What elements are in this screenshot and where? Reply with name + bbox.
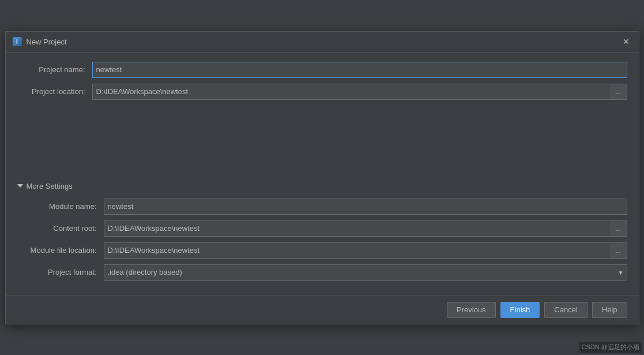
project-name-label: Project name: <box>17 65 92 74</box>
spacer <box>17 106 627 175</box>
project-format-label: Project format: <box>29 268 104 276</box>
module-file-input[interactable] <box>104 242 610 259</box>
title-bar: I New Project ✕ <box>6 32 639 53</box>
module-file-input-group: ... <box>104 242 627 259</box>
settings-inner: Module name: Content root: ... Module fi… <box>17 199 627 281</box>
title-bar-left: I New Project <box>13 37 67 46</box>
dialog-body: Project name: Project location: ... More… <box>6 53 639 296</box>
finish-button[interactable]: Finish <box>500 302 540 318</box>
content-root-input[interactable] <box>104 221 610 237</box>
project-location-label: Project location: <box>17 87 92 96</box>
project-name-row: Project name: <box>17 62 627 78</box>
module-file-browse-button[interactable]: ... <box>610 242 627 259</box>
module-name-label: Module name: <box>29 202 104 211</box>
module-name-row: Module name: <box>29 199 627 215</box>
content-root-browse-button[interactable]: ... <box>610 221 627 237</box>
new-project-dialog: I New Project ✕ Project name: Project lo… <box>5 31 639 324</box>
project-format-select[interactable]: .idea (directory based) .ipr (file based… <box>104 264 627 281</box>
project-location-input[interactable] <box>92 84 610 100</box>
cancel-button[interactable]: Cancel <box>544 302 587 318</box>
content-root-input-group: ... <box>104 221 627 237</box>
app-icon: I <box>13 37 22 46</box>
project-format-select-wrapper: .idea (directory based) .ipr (file based… <box>104 264 627 281</box>
module-file-label: Module file location: <box>29 246 104 255</box>
project-location-row: Project location: ... <box>17 84 627 100</box>
dialog-footer: Previous Finish Cancel Help <box>6 296 639 324</box>
project-location-input-group: ... <box>92 84 627 100</box>
close-button[interactable]: ✕ <box>620 36 632 47</box>
project-name-input[interactable] <box>92 62 627 78</box>
more-settings-header[interactable]: More Settings <box>17 180 627 193</box>
previous-button[interactable]: Previous <box>447 302 496 318</box>
project-format-row: Project format: .idea (directory based) … <box>29 264 627 281</box>
module-name-input[interactable] <box>104 199 627 215</box>
content-root-label: Content root: <box>29 224 104 233</box>
content-root-row: Content root: ... <box>29 221 627 237</box>
module-file-row: Module file location: ... <box>29 242 627 259</box>
project-location-browse-button[interactable]: ... <box>610 84 627 100</box>
watermark: CSDN @远足的小项 <box>579 342 642 353</box>
more-settings-section: More Settings Module name: Content root:… <box>17 180 627 281</box>
triangle-icon <box>17 184 23 188</box>
more-settings-label: More Settings <box>27 182 73 190</box>
help-button[interactable]: Help <box>592 302 627 318</box>
dialog-title: New Project <box>27 38 67 46</box>
